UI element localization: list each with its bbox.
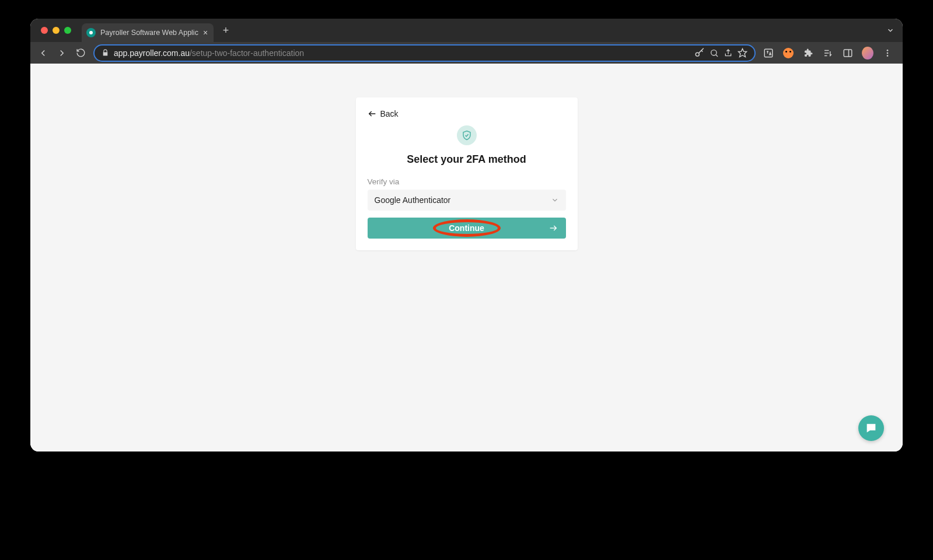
continue-label: Continue — [449, 223, 484, 233]
svg-rect-4 — [764, 49, 773, 57]
svg-point-10 — [887, 50, 889, 51]
nav-forward-icon[interactable] — [56, 47, 68, 59]
page-content: Back Select your 2FA method Verify via G… — [30, 64, 903, 452]
svg-line-2 — [716, 54, 718, 56]
key-icon[interactable] — [694, 48, 705, 58]
svg-marker-3 — [738, 48, 746, 57]
search-icon[interactable] — [710, 48, 719, 58]
url-text: app.payroller.com.au/setup-two-factor-au… — [114, 48, 304, 58]
nav-back-icon[interactable] — [37, 47, 49, 59]
svg-point-11 — [887, 52, 889, 54]
lock-icon — [102, 49, 109, 57]
tab-bar: Payroller Software Web Applic × + — [30, 19, 903, 42]
extensions-puzzle-icon[interactable] — [802, 47, 814, 59]
tabs-dropdown-icon[interactable] — [886, 26, 894, 34]
browser-toolbar: app.payroller.com.au/setup-two-factor-au… — [30, 42, 903, 64]
maximize-window-button[interactable] — [64, 27, 71, 34]
svg-point-12 — [887, 55, 889, 57]
two-factor-card: Back Select your 2FA method Verify via G… — [356, 97, 578, 250]
new-tab-button[interactable]: + — [219, 24, 232, 37]
browser-menu-icon[interactable] — [882, 47, 893, 59]
minimize-window-button[interactable] — [53, 27, 60, 34]
select-value: Google Authenticator — [375, 195, 451, 205]
svg-point-1 — [711, 50, 717, 55]
back-button[interactable]: Back — [368, 109, 566, 118]
browser-window: Payroller Software Web Applic × + app.pa… — [30, 19, 903, 452]
extensions-row — [763, 47, 896, 59]
window-traffic-lights — [41, 27, 71, 34]
bookmark-star-icon[interactable] — [738, 48, 747, 58]
browser-tab[interactable]: Payroller Software Web Applic × — [82, 23, 214, 42]
close-window-button[interactable] — [41, 27, 48, 34]
chat-support-button[interactable] — [858, 415, 884, 441]
continue-button[interactable]: Continue — [368, 218, 566, 239]
chevron-down-icon — [551, 196, 559, 204]
method-select[interactable]: Google Authenticator — [368, 190, 566, 211]
card-heading: Select your 2FA method — [368, 153, 566, 166]
back-label: Back — [380, 109, 399, 118]
profile-avatar[interactable] — [862, 47, 873, 59]
tab-title: Payroller Software Web Applic — [100, 29, 198, 37]
url-bar[interactable]: app.payroller.com.au/setup-two-factor-au… — [93, 44, 756, 62]
reload-icon[interactable] — [75, 47, 86, 59]
arrow-right-icon — [548, 223, 558, 233]
favicon-icon — [86, 28, 96, 37]
chat-icon — [865, 422, 878, 435]
extension-face-icon[interactable] — [782, 47, 794, 59]
reading-list-icon[interactable] — [822, 47, 834, 59]
close-tab-icon[interactable]: × — [203, 28, 208, 37]
shield-check-icon — [457, 125, 477, 145]
svg-rect-8 — [844, 50, 852, 57]
extension-translate-icon[interactable] — [763, 47, 774, 59]
share-icon[interactable] — [724, 48, 733, 58]
verify-via-label: Verify via — [368, 177, 566, 186]
arrow-left-icon — [368, 109, 377, 118]
side-panel-icon[interactable] — [842, 47, 854, 59]
svg-point-0 — [696, 52, 699, 56]
